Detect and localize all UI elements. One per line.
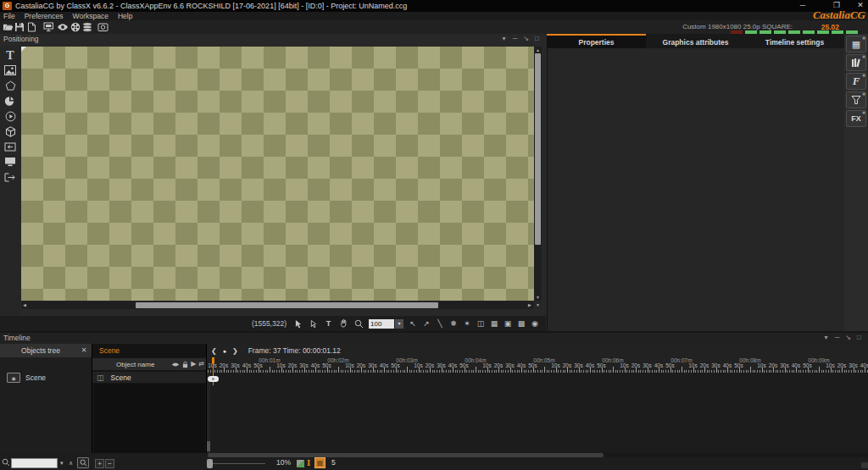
scene-item-label: Scene <box>25 373 46 382</box>
templates-icon[interactable]: ▦✱ <box>846 36 866 53</box>
hand-tool-icon[interactable] <box>338 318 349 329</box>
grid-toggle-button[interactable]: ▦ <box>314 457 326 468</box>
panel-minimize-icon[interactable]: ─ <box>833 333 841 343</box>
next-frame-button[interactable]: ❯ <box>232 347 238 355</box>
menu-item-file[interactable]: File <box>3 12 15 20</box>
filter-icon[interactable]: ✱ <box>846 91 866 108</box>
panel-menu-icon[interactable]: ▾ <box>500 34 508 44</box>
panel-dock-icon[interactable]: ↘ <box>522 34 530 44</box>
frame-time-readout: Frame: 37 Time: 00:00:01.12 <box>248 346 341 355</box>
pattern-view-icon[interactable]: ▩ <box>516 319 526 328</box>
horizontal-scroll-thumb[interactable] <box>136 302 438 308</box>
visibility-eye-icon[interactable] <box>171 362 180 368</box>
scroll-right-arrow[interactable]: ▶ <box>526 301 533 309</box>
tab-properties[interactable]: Properties <box>547 34 646 48</box>
text-cursor-icon[interactable]: T <box>323 318 334 329</box>
layer-color-icon[interactable] <box>297 460 304 467</box>
vertical-scroll-thumb[interactable] <box>535 53 541 245</box>
timeline-ruler[interactable]: 10s20s30s40s50s10s20s30s40s50s00h:01m10s… <box>207 357 868 373</box>
search-input[interactable] <box>11 458 58 468</box>
exit-tool[interactable] <box>2 170 19 184</box>
timeline-tracks[interactable] <box>207 373 868 453</box>
save-icon[interactable] <box>14 21 25 33</box>
loop-icon[interactable]: ⇄ <box>198 360 204 368</box>
text-tool[interactable]: T <box>2 48 19 62</box>
prev-frame-button[interactable]: ❮ <box>211 347 217 355</box>
media-reel-icon[interactable] <box>70 21 81 33</box>
scroll-up-arrow[interactable]: ▲ <box>534 47 542 53</box>
transform-icon[interactable]: ↖ <box>408 319 418 328</box>
fonts-icon[interactable]: F✱ <box>846 73 866 90</box>
menu-item-preferences[interactable]: Preferences <box>25 12 64 20</box>
offset-icon[interactable]: ↗ <box>421 319 431 328</box>
scene-tab[interactable]: Scene <box>92 344 207 357</box>
display-settings-icon[interactable] <box>42 21 54 33</box>
layers-db-icon[interactable] <box>81 21 93 33</box>
scroll-left-arrow[interactable]: ◀ <box>21 301 28 309</box>
tab-timeline-settings[interactable]: Timeline settings <box>745 34 844 48</box>
timeline-title: Timeline <box>3 333 31 344</box>
remove-button[interactable]: − <box>105 459 114 468</box>
tracks-vertical-scrollbar[interactable] <box>207 373 210 453</box>
pie-tool[interactable] <box>2 94 19 108</box>
panel-dock-icon[interactable]: ↘ <box>844 333 852 343</box>
video-tool[interactable] <box>2 109 19 123</box>
panel-maximize-icon[interactable]: □ <box>533 34 541 44</box>
grid-view-icon[interactable]: ▦ <box>489 319 499 328</box>
direct-select-icon[interactable] <box>308 318 319 329</box>
effects-icon[interactable]: FX✱ <box>846 110 866 127</box>
timeline-zoom-slider-handle[interactable] <box>207 459 213 468</box>
lock-icon[interactable] <box>182 361 188 368</box>
open-project-icon[interactable] <box>2 21 14 33</box>
cube-tool[interactable] <box>2 124 19 138</box>
shape-tool[interactable] <box>2 79 19 92</box>
image-tool[interactable] <box>2 64 19 77</box>
star-icon[interactable]: ✶ <box>462 319 472 328</box>
scene-object-icon: ◫ <box>97 373 104 382</box>
transport-controls: ❮ ● ❯ Frame: 37 Time: 00:00:01.12 <box>207 344 868 357</box>
scroll-corner[interactable]: ▼ <box>534 301 542 309</box>
panel-maximize-icon[interactable]: □ <box>855 333 863 343</box>
preview-eye-icon[interactable] <box>57 21 69 33</box>
objects-tree-scene-item[interactable]: ◉ Scene <box>0 372 92 384</box>
scene-track-row[interactable]: ◫ Scene <box>92 372 207 383</box>
library-icon[interactable]: ✱ <box>846 54 866 71</box>
resize-corner[interactable] <box>861 462 868 468</box>
zoom-level-input[interactable]: 100 <box>369 319 394 329</box>
menu-item-workspace[interactable]: Workspace <box>73 12 108 20</box>
panel-menu-icon[interactable]: ▾ <box>822 333 830 343</box>
menu-item-help[interactable]: Help <box>118 12 132 20</box>
screen-in-tool[interactable] <box>2 140 19 153</box>
tab-graphics-attributes[interactable]: Graphics attributes <box>646 34 745 48</box>
objects-tree-tab[interactable]: Objects tree ✕ <box>0 344 92 357</box>
zoom-dropdown-icon[interactable]: ▾ <box>395 319 403 329</box>
scene-canvas[interactable] <box>21 47 534 301</box>
snapshot-icon[interactable]: ◉ <box>530 319 540 328</box>
cursor-tool-icon[interactable] <box>292 318 303 329</box>
split-view-icon[interactable]: ◫ <box>476 319 486 328</box>
panel-minimize-icon[interactable]: ─ <box>511 34 519 44</box>
close-icon[interactable]: ✕ <box>78 344 90 357</box>
canvas-vertical-scrollbar[interactable]: ▲ ▼ <box>534 47 542 301</box>
ibeam-icon[interactable]: I <box>307 457 310 467</box>
tracks-scroll-thumb[interactable] <box>207 441 210 451</box>
record-button[interactable]: ● <box>223 348 226 354</box>
ruler-tick <box>819 367 820 373</box>
play-icon[interactable]: ▶ <box>191 360 196 368</box>
search-button[interactable] <box>77 457 89 468</box>
monitor-tool[interactable] <box>2 155 19 169</box>
new-document-icon[interactable] <box>25 21 37 33</box>
snowflake-icon[interactable]: ❅ <box>448 319 459 328</box>
scroll-down-arrow[interactable]: ▼ <box>534 294 542 301</box>
timeline-zoom-slider-track[interactable] <box>212 463 265 464</box>
zoom-tool-icon[interactable] <box>353 318 364 329</box>
search-up-icon[interactable]: ∧ <box>69 458 73 468</box>
add-button[interactable]: + <box>95 459 104 468</box>
timeline-scroll-thumb[interactable] <box>208 453 604 457</box>
solid-view-icon[interactable]: ▣ <box>503 319 513 328</box>
search-dropdown-icon[interactable]: ▾ <box>60 458 64 468</box>
line-tool-icon[interactable]: ╲ <box>435 319 445 328</box>
screen-capture-icon[interactable] <box>97 21 108 33</box>
canvas-horizontal-scrollbar[interactable]: ◀ ▶ <box>21 301 534 309</box>
positioning-header: Positioning ▾─↘□ <box>0 34 546 45</box>
